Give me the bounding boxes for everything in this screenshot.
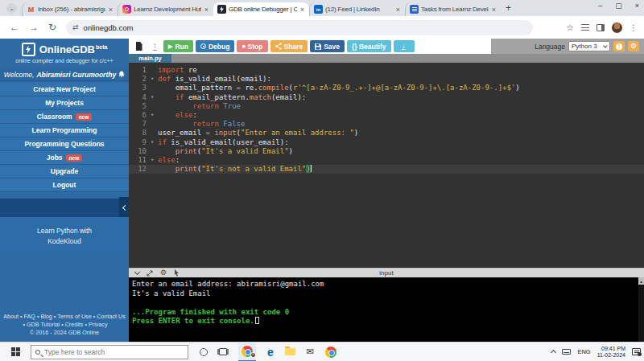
fold-arrow-icon[interactable]: ▾	[147, 111, 158, 120]
code-editor[interactable]: 1import re2▾def is_valid_email(email):3 …	[129, 63, 644, 268]
notifications-button[interactable]: !	[613, 41, 625, 51]
task-view-button[interactable]	[219, 343, 227, 361]
console-collapse-icon[interactable]	[134, 269, 140, 275]
window-maximize-button[interactable]: ▢	[615, 2, 622, 10]
reload-icon[interactable]: ↻	[48, 22, 56, 33]
url-omnibox[interactable]: ⇄ onlinegdb.com	[66, 20, 533, 35]
browser-menu-icon[interactable]: ⋮	[630, 23, 638, 32]
run-button[interactable]: ▶Run	[163, 40, 193, 52]
footer-link-blog[interactable]: Blog	[40, 313, 52, 320]
console-output[interactable]: Enter an email address: abiramisri@gmail…	[129, 277, 644, 342]
footer-link-about[interactable]: About	[3, 313, 19, 320]
console-settings-icon[interactable]: ⚙	[160, 269, 167, 277]
cortana-button[interactable]	[200, 343, 208, 361]
url-text[interactable]: onlinegdb.com	[84, 23, 134, 32]
side-panel-icon[interactable]	[597, 24, 605, 31]
tab-close-icon[interactable]: ×	[395, 6, 401, 14]
window-minimize-button[interactable]: –	[598, 2, 602, 10]
fold-arrow-icon[interactable]: ▾	[147, 93, 158, 102]
browser-tab[interactable]: MInbox (256) - abiramisrigur...×	[22, 2, 118, 16]
code-lines: 1import re2▾def is_valid_email(email):3 …	[129, 66, 644, 174]
sidebar-item-jobs[interactable]: Jobsnew	[0, 151, 129, 165]
tab-close-icon[interactable]: ×	[204, 6, 209, 14]
tab-close-icon[interactable]: ×	[299, 6, 305, 14]
browser-tab[interactable]: Tasks from Learnz Developm...×	[405, 2, 501, 16]
footer-link-gdb-tutorial[interactable]: GDB Tutorial	[27, 321, 60, 328]
code-line[interactable]: 11▾else:	[129, 156, 644, 165]
language-indicator[interactable]: ENG	[577, 348, 590, 355]
footer-link-terms-of-use[interactable]: Terms of Use	[57, 313, 91, 320]
code-line[interactable]: 7 return False	[129, 120, 644, 129]
code-line[interactable]: 10 print("It's a valid Email")	[129, 147, 644, 156]
bookmark-star-icon[interactable]: ☆	[566, 23, 574, 33]
sidebar-item-create-new-project[interactable]: Create New Project	[0, 83, 129, 96]
sidebar-item-logout[interactable]: Logout	[0, 178, 129, 192]
download-button[interactable]: ↓	[394, 40, 415, 52]
beautify-button[interactable]: {} Beautify	[347, 40, 391, 52]
new-file-button[interactable]	[133, 40, 145, 52]
footer-link-contact-us[interactable]: Contact Us	[97, 313, 126, 320]
code-line[interactable]: 2▾def is_valid_email(email):	[129, 75, 644, 84]
tray-expand-icon[interactable]	[551, 350, 556, 355]
file-tab-mainpy[interactable]: main.py	[129, 54, 171, 63]
edge-taskbar-button[interactable]: e	[267, 343, 274, 361]
debug-button[interactable]: Debug	[196, 40, 234, 52]
scroll-up-icon[interactable]: ▲	[638, 277, 644, 285]
console-scrollbar[interactable]: ▲	[638, 277, 644, 342]
explorer-taskbar-button[interactable]	[285, 343, 295, 361]
code-line[interactable]: 8user_email = input("Enter an email addr…	[129, 129, 644, 137]
reading-list-icon[interactable]	[581, 24, 589, 31]
browser-tab[interactable]: GDB online Debugger | Com...×	[213, 2, 309, 16]
mail-taskbar-button[interactable]: ✉	[307, 343, 314, 361]
sidebar-item-classroom[interactable]: Classroomnew	[0, 110, 129, 124]
site-settings-icon[interactable]: ⇄	[72, 23, 79, 31]
code-line[interactable]: 6▾ else:	[129, 111, 644, 120]
kodekloud-ad[interactable]: Learn Python with KodeKloud	[0, 217, 129, 254]
sidebar-item-learn-programming[interactable]: Learn Programming	[0, 124, 129, 137]
tab-search-button[interactable]: ⌄	[6, 3, 17, 14]
new-tab-button[interactable]: +	[506, 2, 511, 14]
footer-link-credits[interactable]: Credits	[65, 321, 84, 328]
share-button[interactable]: Share	[270, 40, 308, 52]
tab-close-icon[interactable]: ×	[491, 6, 497, 14]
code-line[interactable]: 9▾if is_valid_email(user_email):	[129, 138, 644, 147]
settings-button[interactable]: ⚙	[628, 41, 639, 51]
browser-tab[interactable]: in(12) Feed | LinkedIn×	[309, 2, 405, 16]
sidebar-item-programming-questions[interactable]: Programming Questions	[0, 137, 129, 151]
footer-link-faq[interactable]: FAQ	[24, 313, 35, 320]
onlinegdb-logo[interactable]: OnlineGDBbeta	[0, 39, 129, 56]
back-icon[interactable]: ←	[10, 22, 19, 33]
code-line[interactable]: 4▾ if email_pattern.match(email):	[129, 93, 644, 102]
touch-keyboard-icon[interactable]	[562, 349, 571, 355]
fold-arrow-icon[interactable]: ▾	[147, 75, 158, 84]
chrome-taskbar-button[interactable]	[238, 343, 256, 361]
taskbar-clock[interactable]: 09:41 PM 11-02-2024	[597, 346, 625, 359]
upload-button[interactable]: ↑	[149, 40, 161, 52]
start-button[interactable]	[0, 343, 31, 361]
bell-icon[interactable]	[118, 71, 125, 78]
taskbar-search[interactable]	[31, 345, 188, 359]
code-line[interactable]: 1import re	[129, 66, 644, 75]
action-center-icon[interactable]	[632, 348, 641, 355]
stop-button[interactable]: ■Stop	[237, 40, 267, 52]
fold-arrow-icon[interactable]: ▾	[147, 138, 158, 147]
fold-arrow-icon[interactable]: ▾	[147, 156, 158, 165]
window-close-button[interactable]: ×	[635, 2, 639, 10]
username[interactable]: Abiramisri Gurumoorthy	[36, 71, 116, 79]
footer-link-privacy[interactable]: Privacy	[89, 321, 108, 328]
code-line[interactable]: 3 email_pattern = re.compile(r'^[a-zA-Z0…	[129, 84, 644, 92]
profile-avatar[interactable]	[612, 23, 622, 33]
console-fullscreen-icon[interactable]	[147, 270, 153, 277]
code-line[interactable]: 5 return True	[129, 102, 644, 111]
code-line[interactable]: 12 print("It's not a valid Email")	[129, 165, 644, 174]
chrome2-taskbar-button[interactable]	[325, 343, 336, 361]
console-pointer-icon[interactable]	[174, 269, 180, 277]
sidebar-item-upgrade[interactable]: Upgrade	[0, 165, 129, 178]
browser-tab[interactable]: Learnz Development Hub (...×	[118, 2, 213, 16]
taskbar-search-input[interactable]	[44, 348, 165, 356]
tab-close-icon[interactable]: ×	[108, 6, 114, 14]
save-button[interactable]: Save	[310, 40, 345, 52]
language-select[interactable]: Python 3	[568, 41, 610, 51]
forward-icon[interactable]: →	[29, 22, 39, 33]
sidebar-item-my-projects[interactable]: My Projects	[0, 96, 129, 110]
